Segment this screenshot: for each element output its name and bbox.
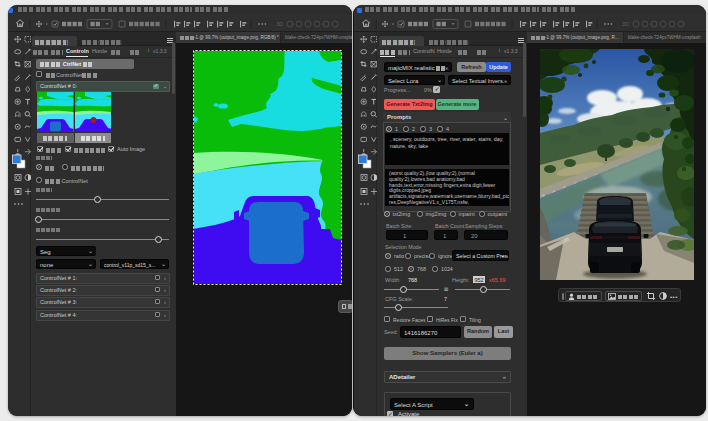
- svg-text:3D: 3D: [622, 21, 629, 27]
- svg-text:3D: 3D: [276, 21, 283, 27]
